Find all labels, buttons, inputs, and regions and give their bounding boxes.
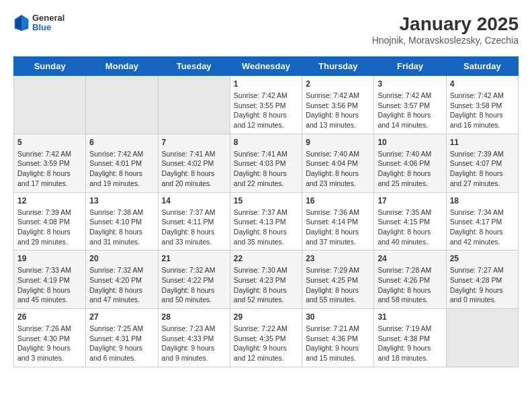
day-of-week-sunday: Sunday (14, 57, 86, 76)
calendar-cell: 9Sunrise: 7:40 AM Sunset: 4:04 PM Daylig… (302, 134, 374, 192)
day-info: Sunrise: 7:39 AM Sunset: 4:07 PM Dayligh… (450, 149, 515, 189)
day-number: 5 (17, 138, 82, 147)
day-info: Sunrise: 7:42 AM Sunset: 3:57 PM Dayligh… (378, 91, 442, 130)
day-info: Sunrise: 7:39 AM Sunset: 4:08 PM Dayligh… (17, 208, 82, 247)
calendar-cell (158, 76, 230, 134)
calendar-cell (86, 76, 158, 134)
day-number: 2 (306, 79, 370, 89)
day-number: 19 (17, 254, 82, 263)
day-number: 18 (450, 196, 515, 205)
calendar-cell: 22Sunrise: 7:30 AM Sunset: 4:23 PM Dayli… (230, 250, 302, 309)
day-of-week-friday: Friday (374, 57, 446, 76)
day-number: 10 (378, 138, 442, 147)
calendar-cell: 17Sunrise: 7:35 AM Sunset: 4:15 PM Dayli… (374, 192, 446, 250)
calendar-cell: 14Sunrise: 7:37 AM Sunset: 4:11 PM Dayli… (158, 192, 230, 250)
calendar-cell: 24Sunrise: 7:28 AM Sunset: 4:26 PM Dayli… (374, 250, 446, 309)
day-info: Sunrise: 7:36 AM Sunset: 4:14 PM Dayligh… (306, 208, 370, 247)
calendar-cell: 23Sunrise: 7:29 AM Sunset: 4:25 PM Dayli… (302, 250, 374, 309)
page-header: General Blue January 2025 Hnojnik, Morav… (13, 13, 519, 46)
day-info: Sunrise: 7:33 AM Sunset: 4:19 PM Dayligh… (17, 265, 82, 305)
day-info: Sunrise: 7:41 AM Sunset: 4:03 PM Dayligh… (234, 149, 298, 189)
calendar-cell: 10Sunrise: 7:40 AM Sunset: 4:06 PM Dayli… (374, 134, 446, 192)
calendar-cell: 31Sunrise: 7:19 AM Sunset: 4:38 PM Dayli… (374, 309, 446, 367)
day-number: 15 (234, 196, 298, 205)
day-number: 28 (162, 312, 226, 322)
day-number: 22 (234, 254, 298, 263)
day-number: 4 (450, 79, 515, 89)
day-number: 9 (306, 138, 370, 147)
day-info: Sunrise: 7:23 AM Sunset: 4:33 PM Dayligh… (162, 324, 226, 363)
day-of-week-monday: Monday (86, 57, 158, 76)
day-info: Sunrise: 7:38 AM Sunset: 4:10 PM Dayligh… (89, 208, 154, 247)
calendar-cell: 6Sunrise: 7:42 AM Sunset: 4:01 PM Daylig… (86, 134, 158, 192)
calendar-cell: 3Sunrise: 7:42 AM Sunset: 3:57 PM Daylig… (374, 76, 446, 134)
day-of-week-tuesday: Tuesday (158, 57, 230, 76)
day-number: 16 (306, 196, 370, 205)
day-info: Sunrise: 7:41 AM Sunset: 4:02 PM Dayligh… (162, 149, 226, 189)
logo-blue: Blue (32, 23, 64, 32)
calendar-cell: 25Sunrise: 7:27 AM Sunset: 4:28 PM Dayli… (446, 250, 518, 309)
day-of-week-wednesday: Wednesday (230, 57, 302, 76)
calendar-cell: 7Sunrise: 7:41 AM Sunset: 4:02 PM Daylig… (158, 134, 230, 192)
title-area: January 2025 Hnojnik, Moravskoslezsky, C… (372, 13, 519, 46)
day-number: 8 (234, 138, 298, 147)
week-row-4: 19Sunrise: 7:33 AM Sunset: 4:19 PM Dayli… (14, 250, 519, 309)
day-info: Sunrise: 7:37 AM Sunset: 4:13 PM Dayligh… (234, 208, 298, 247)
day-info: Sunrise: 7:30 AM Sunset: 4:23 PM Dayligh… (234, 265, 298, 305)
day-info: Sunrise: 7:42 AM Sunset: 3:55 PM Dayligh… (234, 91, 298, 130)
day-number: 12 (17, 196, 82, 205)
day-number: 29 (234, 312, 298, 322)
day-info: Sunrise: 7:37 AM Sunset: 4:11 PM Dayligh… (162, 208, 226, 247)
calendar-cell: 29Sunrise: 7:22 AM Sunset: 4:35 PM Dayli… (230, 309, 302, 367)
day-info: Sunrise: 7:32 AM Sunset: 4:22 PM Dayligh… (162, 265, 226, 305)
day-info: Sunrise: 7:42 AM Sunset: 4:01 PM Dayligh… (89, 149, 154, 189)
calendar-cell: 13Sunrise: 7:38 AM Sunset: 4:10 PM Dayli… (86, 192, 158, 250)
calendar-cell: 15Sunrise: 7:37 AM Sunset: 4:13 PM Dayli… (230, 192, 302, 250)
day-number: 26 (17, 312, 82, 322)
day-number: 7 (162, 138, 226, 147)
calendar-cell: 30Sunrise: 7:21 AM Sunset: 4:36 PM Dayli… (302, 309, 374, 367)
calendar-cell (14, 76, 86, 134)
calendar-cell: 2Sunrise: 7:42 AM Sunset: 3:56 PM Daylig… (302, 76, 374, 134)
day-info: Sunrise: 7:42 AM Sunset: 3:56 PM Dayligh… (306, 91, 370, 130)
logo: General Blue (13, 13, 64, 33)
svg-marker-2 (15, 16, 21, 30)
day-number: 23 (306, 254, 370, 263)
calendar-cell: 4Sunrise: 7:42 AM Sunset: 3:58 PM Daylig… (446, 76, 518, 134)
day-info: Sunrise: 7:27 AM Sunset: 4:28 PM Dayligh… (450, 265, 515, 305)
day-number: 20 (89, 254, 154, 263)
logo-general: General (32, 13, 64, 23)
day-of-week-saturday: Saturday (446, 57, 518, 76)
days-of-week-row: SundayMondayTuesdayWednesdayThursdayFrid… (14, 57, 519, 76)
day-info: Sunrise: 7:32 AM Sunset: 4:20 PM Dayligh… (89, 265, 154, 305)
day-number: 14 (162, 196, 226, 205)
day-info: Sunrise: 7:21 AM Sunset: 4:36 PM Dayligh… (306, 324, 370, 363)
day-number: 27 (89, 312, 154, 322)
day-number: 31 (378, 312, 442, 322)
week-row-2: 5Sunrise: 7:42 AM Sunset: 3:59 PM Daylig… (14, 134, 519, 192)
day-info: Sunrise: 7:42 AM Sunset: 3:58 PM Dayligh… (450, 91, 515, 130)
calendar-cell: 8Sunrise: 7:41 AM Sunset: 4:03 PM Daylig… (230, 134, 302, 192)
day-info: Sunrise: 7:35 AM Sunset: 4:15 PM Dayligh… (378, 208, 442, 247)
week-row-3: 12Sunrise: 7:39 AM Sunset: 4:08 PM Dayli… (14, 192, 519, 250)
day-number: 6 (89, 138, 154, 147)
calendar-cell: 19Sunrise: 7:33 AM Sunset: 4:19 PM Dayli… (14, 250, 86, 309)
page-subtitle: Hnojnik, Moravskoslezsky, Czechia (372, 35, 519, 46)
calendar-cell: 18Sunrise: 7:34 AM Sunset: 4:17 PM Dayli… (446, 192, 518, 250)
day-number: 24 (378, 254, 442, 263)
day-number: 3 (378, 79, 442, 89)
logo-icon (13, 13, 30, 32)
calendar-cell: 11Sunrise: 7:39 AM Sunset: 4:07 PM Dayli… (446, 134, 518, 192)
calendar-cell: 5Sunrise: 7:42 AM Sunset: 3:59 PM Daylig… (14, 134, 86, 192)
calendar-body: 1Sunrise: 7:42 AM Sunset: 3:55 PM Daylig… (14, 76, 519, 367)
svg-marker-1 (21, 16, 28, 30)
page-title: January 2025 (372, 13, 519, 35)
day-number: 13 (89, 196, 154, 205)
day-number: 25 (450, 254, 515, 263)
calendar-header: SundayMondayTuesdayWednesdayThursdayFrid… (14, 57, 519, 76)
day-number: 11 (450, 138, 515, 147)
day-info: Sunrise: 7:29 AM Sunset: 4:25 PM Dayligh… (306, 265, 370, 305)
calendar-cell: 12Sunrise: 7:39 AM Sunset: 4:08 PM Dayli… (14, 192, 86, 250)
calendar-cell: 20Sunrise: 7:32 AM Sunset: 4:20 PM Dayli… (86, 250, 158, 309)
calendar-cell: 27Sunrise: 7:25 AM Sunset: 4:31 PM Dayli… (86, 309, 158, 367)
